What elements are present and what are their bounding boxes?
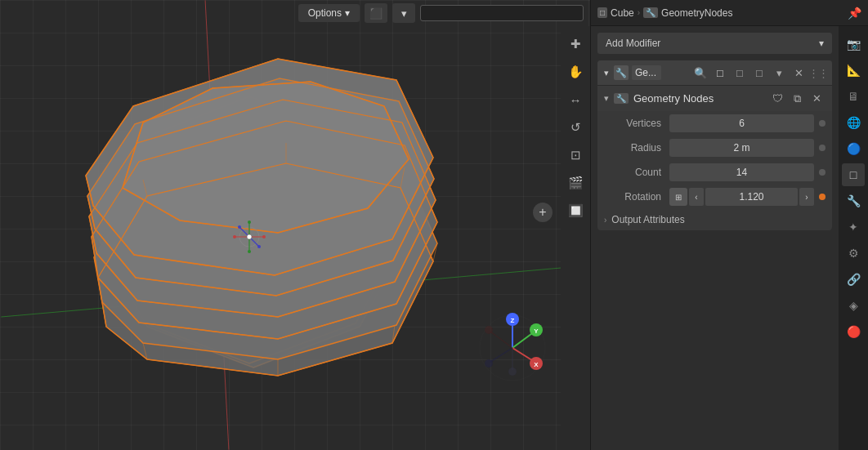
modifier-name-input[interactable] bbox=[632, 65, 661, 80]
side-icon-view[interactable]: 🖥 bbox=[842, 85, 865, 108]
add-modifier-row: Add Modifier ▾ bbox=[597, 33, 832, 54]
rotation-icon[interactable]: ⊞ bbox=[669, 188, 687, 206]
geonodes-shield-button[interactable]: 🛡 bbox=[768, 90, 786, 108]
modifier-drag-handle[interactable]: ⋮⋮ bbox=[809, 64, 827, 82]
side-icon-world[interactable]: 🔵 bbox=[842, 137, 865, 160]
rotation-value-row: ⊞ ‹ 1.120 › bbox=[669, 188, 814, 206]
geonodes-icon: 🔧 bbox=[614, 93, 629, 104]
properties-side-icons: 📷 📐 🖥 🌐 🔵 □ 🔧 ✦ ⚙ 🔗 ◈ 🔴 bbox=[839, 26, 868, 450]
svg-point-24 bbox=[248, 221, 251, 224]
modifier-filter-icon[interactable]: 🔍 bbox=[691, 64, 709, 82]
viewport-topbar: Options ▾ ⬛ ▾ bbox=[0, 0, 590, 26]
rotation-value[interactable]: 1.120 bbox=[705, 188, 798, 206]
svg-point-41 bbox=[485, 359, 493, 368]
rotation-decrement[interactable]: ‹ bbox=[689, 188, 704, 206]
viewport-shading-button[interactable]: ▾ bbox=[392, 3, 415, 23]
output-attributes-row[interactable]: › Output Attributes bbox=[597, 209, 832, 230]
count-value[interactable]: 14 bbox=[669, 163, 814, 181]
svg-point-43 bbox=[485, 326, 493, 334]
radius-dot[interactable] bbox=[819, 145, 825, 151]
viewport-gizmo[interactable]: Z Y X bbox=[476, 311, 549, 385]
geonodes-actions: 🛡 ⧉ ✕ bbox=[768, 90, 825, 108]
side-icon-modifiers[interactable]: 🔧 bbox=[842, 189, 865, 212]
zoom-in-button[interactable]: + bbox=[533, 203, 553, 222]
vertices-value[interactable]: 6 bbox=[669, 114, 814, 132]
select-tool-button[interactable]: ✚ bbox=[564, 33, 587, 56]
modifier-display-realtime[interactable]: □ bbox=[711, 64, 729, 82]
modifier-card: ▾ 🔧 🔍 □ □ □ ▾ ✕ ⋮⋮ bbox=[597, 60, 832, 230]
viewport-toolbar: ✚ ✋ ↔ ↺ ⊡ 🎬 🔲 bbox=[561, 26, 590, 450]
side-icon-output[interactable]: 📐 bbox=[842, 59, 865, 82]
radius-value[interactable]: 2 m bbox=[669, 139, 814, 157]
svg-text:Y: Y bbox=[534, 327, 539, 335]
rotation-label: Rotation bbox=[604, 191, 669, 203]
count-row: Count 14 bbox=[597, 160, 832, 185]
rotate-tool-button[interactable]: ↺ bbox=[564, 116, 587, 139]
vertices-row: Vertices 6 bbox=[597, 111, 832, 136]
geonodes-close-button[interactable]: ✕ bbox=[808, 90, 825, 108]
breadcrumb-object-name: Cube bbox=[611, 7, 634, 19]
side-icon-particles[interactable]: ✦ bbox=[842, 216, 865, 238]
svg-point-25 bbox=[257, 245, 261, 248]
modifier-display-render[interactable]: □ bbox=[731, 64, 749, 82]
svg-point-21 bbox=[262, 235, 266, 238]
properties-content: Add Modifier ▾ ▾ 🔧 🔍 □ □ bbox=[591, 26, 839, 450]
count-dot[interactable] bbox=[819, 169, 825, 176]
render-tool-button[interactable]: 🔲 bbox=[564, 199, 587, 222]
geonodes-copy-button[interactable]: ⧉ bbox=[788, 90, 806, 108]
vertices-dot[interactable] bbox=[819, 120, 825, 127]
svg-line-42 bbox=[490, 332, 512, 348]
count-label: Count bbox=[604, 167, 669, 178]
svg-point-22 bbox=[233, 235, 236, 238]
output-attr-triangle-icon: › bbox=[604, 216, 606, 225]
radius-label: Radius bbox=[604, 142, 669, 154]
properties-panel: □ Cube › 🔧 GeometryNodes 📌 Add Modifier bbox=[590, 0, 868, 450]
side-icon-data[interactable]: ◈ bbox=[842, 294, 865, 317]
modifier-breadcrumb-icon: 🔧 bbox=[643, 7, 658, 18]
side-icon-physics[interactable]: ⚙ bbox=[842, 242, 865, 265]
svg-point-26 bbox=[238, 225, 241, 229]
viewport[interactable]: Options ▾ ⬛ ▾ ✚ ✋ ↔ ↺ ⊡ 🎬 🔲 Z Y X bbox=[0, 0, 590, 450]
svg-point-23 bbox=[248, 250, 251, 253]
object-icon: □ bbox=[597, 7, 607, 18]
modifier-type-icon: 🔧 bbox=[614, 65, 629, 80]
geonodes-name-label: Geometry Nodes bbox=[633, 92, 763, 105]
svg-point-39 bbox=[508, 368, 517, 376]
svg-text:X: X bbox=[534, 361, 539, 368]
vertices-label: Vertices bbox=[604, 118, 669, 129]
scale-tool-button[interactable]: ⊡ bbox=[564, 144, 587, 167]
breadcrumb-separator: › bbox=[638, 8, 640, 17]
side-icon-object[interactable]: □ bbox=[842, 163, 865, 186]
search-input[interactable] bbox=[420, 5, 584, 21]
breadcrumb: □ Cube › 🔧 GeometryNodes bbox=[597, 7, 843, 19]
radius-row: Radius 2 m bbox=[597, 136, 832, 160]
geonodes-node-dropdown[interactable]: ▾ bbox=[604, 93, 609, 104]
breadcrumb-modifier-name: GeometryNodes bbox=[661, 7, 732, 19]
display-mode-button[interactable]: ⬛ bbox=[365, 3, 387, 23]
rotation-row: Rotation ⊞ ‹ 1.120 › bbox=[597, 185, 832, 209]
modifier-delete-button[interactable]: ✕ bbox=[790, 64, 808, 82]
move-tool-button[interactable]: ↔ bbox=[564, 88, 587, 111]
side-icon-render[interactable]: 📷 bbox=[842, 33, 865, 56]
svg-text:Z: Z bbox=[511, 317, 515, 324]
add-modifier-button[interactable]: Add Modifier ▾ bbox=[597, 33, 832, 54]
geonodes-header: ▾ 🔧 Geometry Nodes 🛡 ⧉ ✕ bbox=[597, 85, 832, 111]
side-icon-constraints[interactable]: 🔗 bbox=[842, 268, 865, 291]
modifier-icon-row: 🔍 □ □ □ ▾ ✕ ⋮⋮ bbox=[691, 64, 827, 82]
side-icon-material[interactable]: 🔴 bbox=[842, 320, 865, 343]
cursor-tool-button[interactable]: ✋ bbox=[564, 60, 587, 83]
rotation-dot[interactable] bbox=[819, 194, 825, 200]
output-attr-label: Output Attributes bbox=[611, 214, 684, 225]
modifier-more-dropdown[interactable]: ▾ bbox=[770, 64, 788, 82]
pin-button[interactable]: 📌 bbox=[848, 7, 861, 20]
side-icon-scene[interactable]: 🌐 bbox=[842, 111, 865, 134]
modifier-collapse-button[interactable]: ▾ bbox=[602, 68, 611, 78]
options-button[interactable]: Options ▾ bbox=[298, 4, 360, 22]
properties-header: □ Cube › 🔧 GeometryNodes 📌 bbox=[591, 0, 868, 26]
geometry-mesh bbox=[16, 25, 490, 425]
svg-point-27 bbox=[247, 234, 252, 239]
camera-tool-button[interactable]: 🎬 bbox=[564, 172, 587, 194]
rotation-increment[interactable]: › bbox=[799, 188, 814, 206]
modifier-display-edit[interactable]: □ bbox=[750, 64, 768, 82]
modifier-header: ▾ 🔧 🔍 □ □ □ ▾ ✕ ⋮⋮ bbox=[597, 60, 832, 85]
